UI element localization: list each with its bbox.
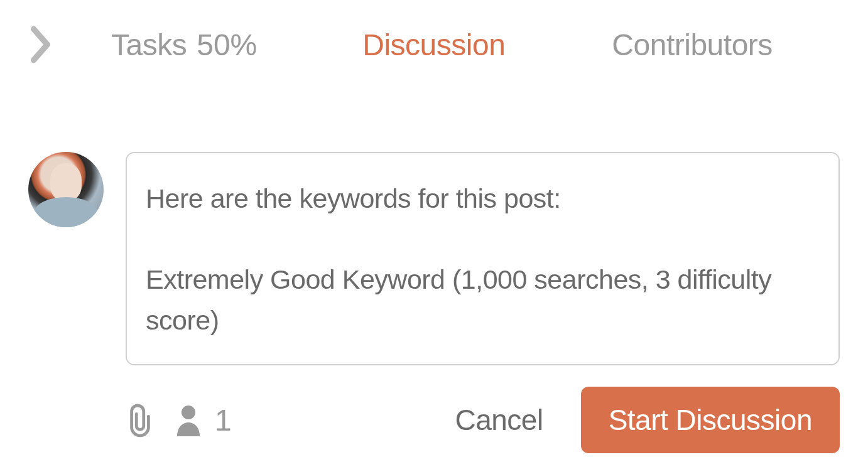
actions-row: 1 Cancel Start Discussion <box>126 387 840 453</box>
compose-main: 1 Cancel Start Discussion <box>126 152 840 453</box>
svg-point-0 <box>182 406 195 419</box>
compose-row: 1 Cancel Start Discussion <box>28 152 840 453</box>
tabs-row: Tasks 50% Discussion Contributors <box>28 25 840 64</box>
tasks-percent: 50% <box>197 28 257 62</box>
people-count: 1 <box>215 403 232 438</box>
cancel-button[interactable]: Cancel <box>455 403 543 437</box>
tab-contributors[interactable]: Contributors <box>612 28 772 62</box>
tab-tasks[interactable]: Tasks <box>111 28 187 62</box>
person-icon <box>173 404 203 436</box>
people-count-group[interactable]: 1 <box>173 403 232 438</box>
tab-discussion[interactable]: Discussion <box>362 28 505 62</box>
discussion-textarea[interactable] <box>126 152 840 365</box>
chevron-right-icon[interactable] <box>28 25 55 64</box>
start-discussion-button[interactable]: Start Discussion <box>581 387 840 453</box>
paperclip-icon[interactable] <box>126 402 155 438</box>
avatar <box>28 152 104 227</box>
